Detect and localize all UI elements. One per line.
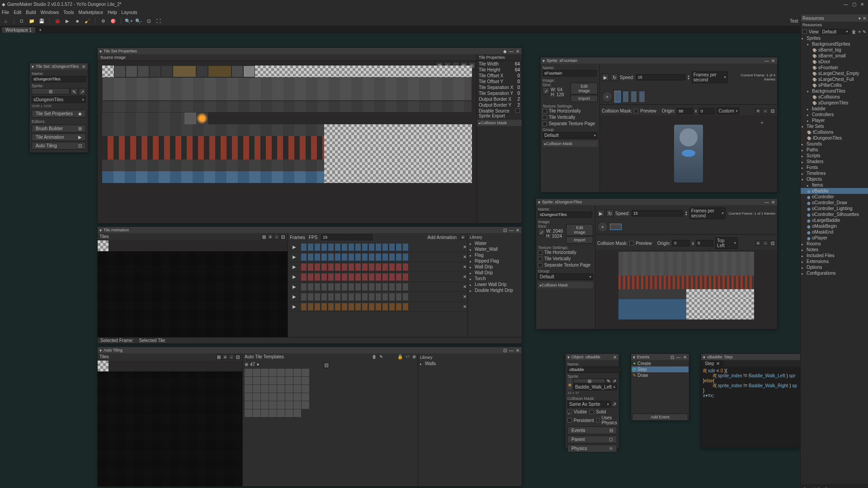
tree-options[interactable]: Options: [801, 264, 868, 270]
expand-button[interactable]: ⛶: [155, 17, 163, 25]
sprite-preview-button[interactable]: ⊞: [32, 88, 70, 94]
collapse-icon[interactable]: —: [509, 228, 514, 232]
tree-timelines[interactable]: Timelines: [801, 170, 868, 176]
delete-icon[interactable]: 🗑: [372, 354, 377, 359]
lib-item[interactable]: Double Height Drip: [469, 287, 521, 293]
tree-baddie[interactable]: baddie: [801, 106, 868, 112]
menu-build[interactable]: Build: [26, 10, 36, 15]
tile-animation-button[interactable]: Tile Animation▶: [32, 133, 86, 141]
zoom-in-button[interactable]: 🔍+: [125, 17, 133, 25]
dropdown-icon[interactable]: ▾: [859, 16, 861, 21]
zoom-out-button[interactable]: -: [274, 234, 279, 239]
zoom-out-button[interactable]: -: [763, 240, 768, 246]
event-create[interactable]: ✦Create: [632, 361, 689, 366]
play-icon[interactable]: ▶: [292, 274, 296, 279]
stop-button[interactable]: ■: [73, 17, 81, 25]
dock-icon[interactable]: ⊡: [670, 355, 675, 359]
menu-windows[interactable]: Windows: [41, 10, 59, 15]
sprite-thumb[interactable]: ☻: [567, 379, 572, 390]
close-icon[interactable]: ✕: [81, 64, 86, 69]
tileset-properties-button[interactable]: Tile Set Properties◆: [32, 110, 86, 117]
zoom-out-button[interactable]: -: [763, 108, 768, 114]
play-icon[interactable]: ▶: [292, 254, 296, 259]
tree-items[interactable]: Items: [801, 182, 868, 188]
add-frame-button[interactable]: +: [597, 221, 608, 232]
edit-icon[interactable]: ✎: [379, 354, 383, 359]
zoom-out-button[interactable]: 🔍-: [135, 17, 143, 25]
save-button[interactable]: 💾: [38, 17, 46, 25]
sprite-preview-canvas[interactable]: +: [600, 115, 777, 192]
tileset-name-input[interactable]: [32, 76, 86, 82]
tile-h-checkbox[interactable]: [542, 109, 547, 113]
tree-shaders[interactable]: Shaders: [801, 159, 868, 164]
add-frame-button[interactable]: +: [602, 91, 613, 102]
resize-icon[interactable]: ⤢: [538, 229, 545, 236]
sprite-preview-canvas[interactable]: [595, 250, 777, 329]
events-button[interactable]: Events⊟: [567, 427, 617, 434]
collapse-icon[interactable]: —: [676, 355, 681, 359]
add-event-button[interactable]: Add Event: [632, 413, 688, 421]
collapse-icon[interactable]: —: [764, 200, 769, 204]
tile-anim-canvas[interactable]: [98, 240, 288, 337]
collision-mask-section[interactable]: Collision Mask: [477, 120, 522, 126]
code-editor[interactable]: if( xdir < 0 ){ if( sprite_index != Badd…: [701, 366, 801, 448]
border-y-value[interactable]: 2: [517, 103, 520, 108]
menu-tools[interactable]: Tools: [63, 10, 74, 15]
group-dropdown[interactable]: Default: [538, 273, 593, 280]
tree-obj-item[interactable]: oLargeBaddie: [801, 217, 868, 223]
zoom-fit-button[interactable]: ⊡: [770, 240, 775, 246]
preview-checkbox[interactable]: [629, 241, 634, 245]
speed-input[interactable]: [636, 74, 685, 80]
speed-unit-dropdown[interactable]: Frames per second: [689, 207, 726, 219]
tree-obj-item[interactable]: oMaskEnd: [801, 229, 868, 235]
import-button[interactable]: Import: [566, 236, 593, 244]
sprite-select-button[interactable]: ⊞: [573, 379, 605, 383]
tree-toggle-checkbox[interactable]: [802, 29, 807, 34]
tree-extensions[interactable]: Extensions: [801, 258, 868, 264]
tree-controllers[interactable]: Controllers: [801, 112, 868, 117]
speed-input[interactable]: [632, 210, 683, 216]
grid-button[interactable]: ⊞: [216, 354, 222, 360]
play-icon[interactable]: ▶: [292, 294, 296, 299]
menu-marketplace[interactable]: Marketplace: [79, 10, 103, 15]
config-button[interactable]: ⚙: [99, 17, 107, 25]
tree-sprite-item[interactable]: sLargeChest_Empty: [801, 70, 868, 76]
physics-checkbox[interactable]: [596, 418, 599, 422]
edit-sprite-button[interactable]: ✎: [606, 379, 611, 383]
import-button[interactable]: Import: [571, 95, 598, 102]
origin-x-input[interactable]: [672, 240, 690, 246]
down-icon[interactable]: ▼: [685, 213, 688, 216]
delete-icon[interactable]: ✕: [463, 244, 467, 249]
disable-export-checkbox[interactable]: [515, 108, 520, 113]
tree-sprite-item[interactable]: sBarrel_big: [801, 47, 868, 53]
zoom-fit-button[interactable]: ⊡: [145, 17, 153, 25]
tree-sprite-item[interactable]: sDoor: [801, 59, 868, 65]
dropdown-icon[interactable]: ▾: [257, 362, 259, 367]
tree-obj-item[interactable]: oPlayer: [801, 235, 868, 241]
border-x-value[interactable]: 2: [517, 97, 520, 102]
fps-input[interactable]: [321, 234, 373, 240]
view-dropdown[interactable]: Default: [821, 29, 850, 34]
frame-thumb[interactable]: [631, 91, 637, 103]
physics-button[interactable]: Physics⚛: [567, 445, 617, 452]
sprite-menu-button[interactable]: ↗: [612, 379, 617, 383]
maximize-button[interactable]: ▢: [851, 1, 857, 7]
tree-sprite-item[interactable]: sPillarCollis: [801, 82, 868, 88]
sep-page-checkbox[interactable]: [538, 263, 542, 267]
sprite-name-input[interactable]: [542, 70, 597, 76]
new-button[interactable]: 🗋: [18, 17, 26, 25]
event-draw[interactable]: ✎Draw: [632, 372, 689, 378]
add-icon[interactable]: +: [460, 235, 466, 240]
tree-sprite-item[interactable]: sCollisions: [801, 94, 868, 100]
origin-y-input[interactable]: [699, 108, 715, 114]
lib-item[interactable]: Torch: [469, 276, 521, 282]
home-button[interactable]: ⌂: [2, 17, 10, 25]
tree-player[interactable]: Player: [801, 117, 868, 123]
collapse-icon[interactable]: —: [764, 58, 769, 63]
expand-icon[interactable]: ⊡: [323, 362, 330, 368]
tree-sprite-item[interactable]: sDungeonTiles: [801, 100, 868, 106]
add-icon[interactable]: +: [858, 29, 861, 34]
offset-x-value[interactable]: 0: [517, 73, 520, 78]
zoom-in-button[interactable]: +: [755, 108, 761, 114]
code-tab[interactable]: Step✕: [701, 361, 723, 366]
